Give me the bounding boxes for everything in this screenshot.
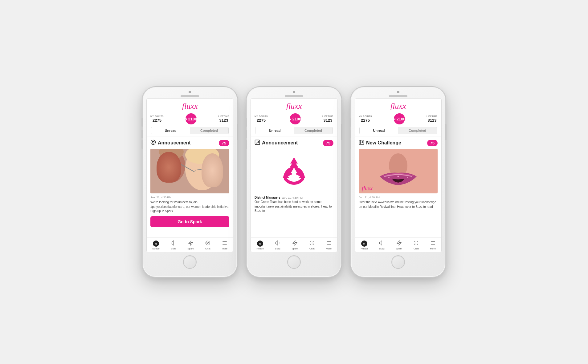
speaker-3 xyxy=(389,95,407,97)
home-button-3[interactable] xyxy=(391,255,405,269)
announcement-arrow-icon xyxy=(255,140,260,146)
home-button-1[interactable] xyxy=(183,255,197,269)
lifetime-value-2: 3123 xyxy=(324,118,333,123)
tab-completed-3[interactable]: Completed xyxy=(398,127,437,134)
nav-more-label-1: More xyxy=(222,247,227,250)
tab-unread-2[interactable]: Unread xyxy=(255,127,294,134)
svg-marker-18 xyxy=(275,241,278,245)
lifetime-group-2: LIFETIME 3123 xyxy=(322,115,333,123)
screen-2: fluxx MY POINTS 2275 N 2100 LIFETIME xyxy=(251,98,337,252)
spark-icon-2 xyxy=(292,240,298,247)
more-icon-2 xyxy=(326,240,332,247)
nav-nudge-1[interactable]: N Nudge xyxy=(152,241,160,250)
home-button-2[interactable] xyxy=(287,255,301,269)
card-title-2: Announcement xyxy=(262,140,298,146)
my-points-label-3: MY POINTS xyxy=(359,115,372,117)
svg-line-3 xyxy=(154,141,155,142)
nav-buzz-2[interactable]: Buzz xyxy=(275,240,280,250)
tab-completed-1[interactable]: Completed xyxy=(190,127,228,134)
card-image-3: fluxx xyxy=(359,149,438,193)
card-title-3: New Challenge xyxy=(366,140,401,146)
tab-unread-3[interactable]: Unread xyxy=(360,127,398,134)
lifetime-label-1: LIFETIME xyxy=(218,115,229,117)
nav-buzz-label-1: Buzz xyxy=(171,247,176,250)
lifetime-group-1: LIFETIME 3123 xyxy=(218,115,229,123)
svg-marker-10 xyxy=(171,241,174,245)
nav-spark-1[interactable]: Spark xyxy=(187,240,194,250)
card-title-row-2: Announcement xyxy=(255,140,298,146)
nav-spark-label-2: Spark xyxy=(292,247,298,250)
lifetime-value-3: 3123 xyxy=(428,118,437,123)
svg-marker-36 xyxy=(379,241,382,245)
svg-point-12 xyxy=(206,241,210,245)
card-header-3: New Challenge 75 xyxy=(359,140,438,146)
n-letter-3: N xyxy=(393,117,396,121)
points-row-3: MY POINTS 2275 N 2100 LIFETIME 3123 xyxy=(359,113,438,124)
nav-buzz-label-3: Buzz xyxy=(379,247,385,250)
card-points-1: 75 xyxy=(219,140,229,146)
nav-spark-2[interactable]: Spark xyxy=(292,240,298,250)
app-logo-1: fluxx xyxy=(150,102,229,111)
phone-3: fluxx MY POINTS 2275 N 2100 LIFETIME xyxy=(350,87,446,277)
tabs-3: Unread Completed xyxy=(359,127,437,134)
my-points-label-2: MY POINTS xyxy=(255,115,268,117)
nav-chat-2[interactable]: Chat xyxy=(309,240,315,250)
nav-buzz-3[interactable]: Buzz xyxy=(379,240,385,250)
tab-completed-2[interactable]: Completed xyxy=(294,127,333,134)
nav-more-1[interactable]: More xyxy=(222,240,227,250)
n-number-1: 2100 xyxy=(188,117,197,121)
nav-buzz-1[interactable]: Buzz xyxy=(171,240,176,250)
svg-point-32 xyxy=(388,177,390,178)
app-header-2: fluxx MY POINTS 2275 N 2100 LIFETIME xyxy=(251,99,337,136)
go-to-spark-button-1[interactable]: Go to Spark xyxy=(150,216,229,227)
buzz-icon-3 xyxy=(379,240,385,247)
nav-chat-label-1: Chat xyxy=(205,247,210,250)
speaker-2 xyxy=(285,95,303,97)
nudge-icon-1: N xyxy=(153,241,159,247)
svg-point-34 xyxy=(407,177,408,178)
bottom-nav-3: N Nudge Buzz xyxy=(355,237,441,252)
nav-nudge-2[interactable]: N Nudge xyxy=(256,241,264,250)
buzz-icon-1 xyxy=(171,240,176,247)
tabs-1: Unread Completed xyxy=(151,127,229,134)
phone-1: fluxx MY POINTS 2275 N 2100 LIFETIME xyxy=(142,87,238,277)
nav-nudge-3[interactable]: N Nudge xyxy=(361,241,368,250)
svg-line-2 xyxy=(152,141,153,142)
lifetime-label-3: LIFETIME xyxy=(427,115,438,117)
nav-more-3[interactable]: More xyxy=(430,240,436,250)
card-body-3: Over the next 4-weeks we will be testing… xyxy=(359,200,438,209)
nav-more-label-3: More xyxy=(430,247,436,250)
buzz-icon-2 xyxy=(275,240,280,247)
chat-icon-3 xyxy=(413,240,419,247)
speaker-1 xyxy=(181,95,199,97)
svg-marker-37 xyxy=(397,241,401,245)
makeup-image xyxy=(150,149,229,193)
tab-unread-1[interactable]: Unread xyxy=(151,127,190,134)
phone-2: fluxx MY POINTS 2275 N 2100 LIFETIME xyxy=(246,87,342,277)
app-logo-3: fluxx xyxy=(359,102,438,111)
nav-spark-3[interactable]: Spark xyxy=(396,240,402,250)
nav-chat-1[interactable]: Chat xyxy=(205,240,210,250)
recycle-container xyxy=(255,149,333,193)
card-image-1 xyxy=(150,149,229,193)
card-title-row-1: Annoucement xyxy=(150,140,191,146)
nav-buzz-label-2: Buzz xyxy=(275,247,280,250)
svg-rect-27 xyxy=(359,140,364,144)
nav-more-label-2: More xyxy=(326,247,332,250)
nav-chat-3[interactable]: Chat xyxy=(413,240,419,250)
screen-1: fluxx MY POINTS 2275 N 2100 LIFETIME xyxy=(146,98,233,252)
nav-nudge-label-2: Nudge xyxy=(256,247,264,250)
nav-more-2[interactable]: More xyxy=(326,240,332,250)
points-row-1: MY POINTS 2275 N 2100 LIFETIME 3123 xyxy=(150,113,229,124)
card-title-1: Annoucement xyxy=(158,140,191,146)
card-image-2 xyxy=(255,149,333,193)
svg-point-33 xyxy=(398,176,399,177)
card-body-1: We're looking for volunteers to join #pu… xyxy=(150,200,229,214)
phones-container: fluxx MY POINTS 2275 N 2100 LIFETIME xyxy=(142,87,446,277)
card-date-2: Jan. 21, 4:30 PM xyxy=(282,196,303,199)
svg-point-41 xyxy=(417,243,418,243)
svg-point-39 xyxy=(415,243,416,243)
n-letter-1: N xyxy=(185,117,187,121)
points-row-2: MY POINTS 2275 N 2100 LIFETIME 3123 xyxy=(255,113,333,124)
card-date-1: Jan. 21, 4:30 PM xyxy=(150,196,229,199)
